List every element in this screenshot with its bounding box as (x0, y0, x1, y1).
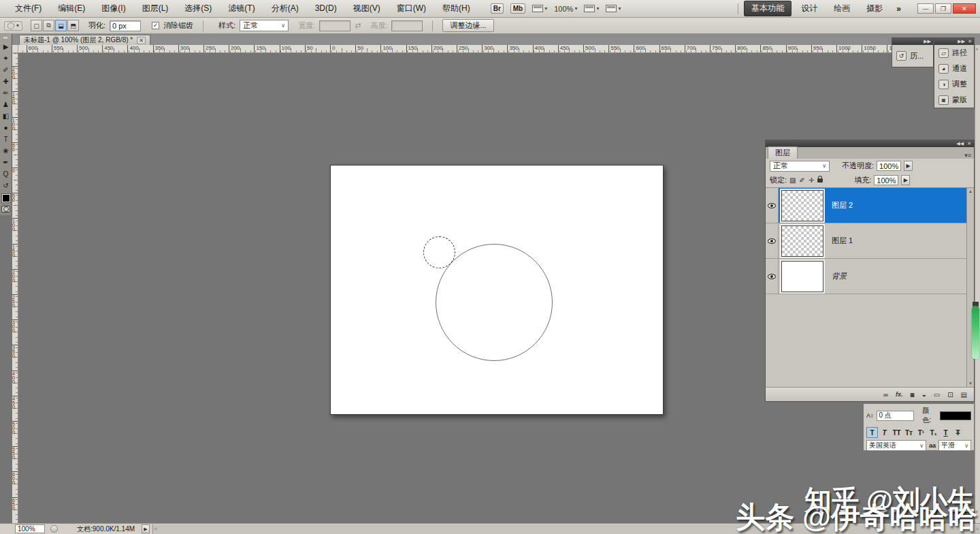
opacity-spinner-icon[interactable]: ▶ (904, 161, 913, 171)
scroll-left-icon[interactable]: < (154, 527, 157, 531)
bridge-launch-button[interactable]: Br (491, 3, 504, 14)
workspace-button-1[interactable]: 设计 (794, 1, 824, 16)
quick-mask-button[interactable] (1, 206, 10, 213)
workspace-overflow-button[interactable]: » (889, 3, 908, 15)
layer-group-icon[interactable]: ▭ (934, 391, 940, 398)
brush-tool[interactable]: ✏ (1, 87, 12, 99)
link-layers-icon[interactable]: ∞ (883, 391, 888, 398)
menu-item-5[interactable]: 滤镜(T) (220, 0, 263, 17)
style-select[interactable]: 正常 ∨ (240, 20, 289, 31)
blend-mode-select[interactable]: 正常 ∨ (770, 161, 830, 172)
toolbox-collapse-icon[interactable]: ▸▸ (3, 35, 7, 40)
vertical-ruler[interactable]: 2 0 01 5 01 0 05 005 01 0 01 5 02 0 02 5… (12, 53, 18, 523)
intersect-selection-button[interactable]: ⬒ (67, 20, 79, 31)
subscript-button[interactable]: T₁ (928, 427, 939, 438)
close-document-icon[interactable]: ✕ (137, 37, 146, 44)
foreground-color-swatch[interactable] (2, 194, 10, 202)
scroll-up-icon[interactable]: ∧ (975, 46, 979, 51)
move-tool[interactable]: ▶ (1, 41, 12, 52)
eye-icon[interactable] (768, 274, 776, 279)
language-select[interactable]: 美国英语 ∨ (866, 440, 926, 451)
scroll-up-icon[interactable]: ▲ (968, 189, 973, 193)
menu-item-1[interactable]: 编辑(E) (50, 0, 93, 17)
menu-item-3[interactable]: 图层(L) (134, 0, 177, 17)
close-dock-icon[interactable]: ✕ (968, 39, 972, 44)
layer-thumbnail[interactable] (781, 190, 823, 221)
layer-thumbnail[interactable] (781, 261, 823, 292)
dock-panel-0[interactable]: ▱路径 (934, 45, 974, 61)
rotate-view-tool[interactable]: ↺ (1, 180, 12, 191)
tab-layers[interactable]: 图层 (768, 146, 798, 159)
workspace-button-0[interactable]: 基本功能 (744, 1, 791, 16)
restore-button[interactable]: ❐ (935, 3, 951, 14)
menu-item-9[interactable]: 窗口(W) (389, 0, 434, 17)
type-tool[interactable]: T (1, 134, 12, 145)
adjustment-layer-icon[interactable]: ◒ (922, 391, 926, 398)
lock-pixels-icon[interactable]: ✐ (800, 176, 805, 184)
strikethrough-button[interactable]: Ŧ (952, 427, 964, 438)
faux-bold-button[interactable]: T (866, 427, 878, 438)
vertical-scrollbar[interactable]: ∧ ∨ (975, 45, 980, 523)
visibility-cell[interactable] (766, 188, 779, 223)
layer-row-2[interactable]: 背景 (766, 259, 974, 294)
layer-row-1[interactable]: 图层 1 (766, 223, 974, 259)
quick-selection-tool[interactable]: ✦ (1, 52, 12, 64)
layer-style-icon[interactable]: fx. (896, 391, 903, 398)
fill-spinner-icon[interactable]: ▶ (901, 175, 910, 185)
lock-position-icon[interactable]: ✛ (808, 176, 814, 184)
layer-thumbnail[interactable] (781, 225, 823, 257)
document-tab[interactable]: 未标题-1 @ 100% (图层 2, RGB/8) * ✕ (19, 35, 150, 45)
menu-item-0[interactable]: 文件(F) (7, 0, 50, 17)
eye-icon[interactable] (768, 238, 776, 244)
custom-shape-tool[interactable]: ❀ (1, 145, 12, 157)
expand-dock-icon[interactable]: ▶▶ (958, 39, 965, 44)
visibility-cell[interactable] (766, 259, 779, 294)
close-button[interactable]: ✕ (953, 3, 976, 14)
panel-menu-icon[interactable]: ▾≡ (964, 152, 971, 159)
dodge-tool[interactable]: ● (1, 122, 12, 134)
close-panel-icon[interactable]: ✕ (967, 141, 971, 146)
antialias-checkbox[interactable]: ✓ (152, 22, 159, 29)
dock-panel-3[interactable]: ◙蒙版 (934, 92, 974, 108)
minimize-button[interactable]: — (917, 3, 934, 14)
layer-mask-icon[interactable]: ◙ (911, 391, 915, 398)
arrange-documents-button[interactable]: ▾ (584, 5, 599, 12)
dock-panel-1[interactable]: ◕通道 (934, 61, 974, 76)
pen-tool[interactable]: ✒ (1, 157, 12, 168)
refine-edge-button[interactable]: 调整边缘... (442, 19, 493, 32)
menu-item-7[interactable]: 3D(D) (307, 0, 345, 17)
view-extras-button[interactable]: ▾ (532, 5, 547, 12)
antialias-select[interactable]: 平滑 ∨ (938, 440, 971, 451)
new-selection-button[interactable]: ▢ (31, 20, 42, 31)
scroll-down-icon[interactable]: ▼ (968, 381, 973, 386)
gradient-tool[interactable]: ◧ (1, 110, 12, 122)
menu-item-4[interactable]: 选择(S) (176, 0, 220, 17)
layer-row-0[interactable]: 图层 2 (766, 188, 974, 223)
fill-input[interactable]: 100% (874, 175, 898, 185)
visibility-cell[interactable] (766, 223, 779, 258)
menu-item-8[interactable]: 视图(V) (345, 0, 389, 17)
healing-brush-tool[interactable]: ✚ (1, 76, 12, 87)
zoom-level-dropdown[interactable]: 100% ▾ (554, 5, 577, 13)
superscript-button[interactable]: T¹ (915, 427, 927, 438)
horizontal-ruler[interactable]: 6005505004504003503002502001501005005010… (12, 45, 975, 53)
menu-item-10[interactable]: 帮助(H) (434, 0, 478, 17)
zoom-percentage-input[interactable]: 100% (15, 524, 45, 533)
subtract-from-selection-button[interactable]: ⬓ (55, 20, 67, 31)
zoom-tool[interactable]: Q (1, 168, 12, 180)
expand-dock-icon[interactable]: ▶▶ (924, 39, 931, 44)
eye-icon[interactable] (768, 203, 776, 208)
faux-italic-button[interactable]: T (879, 427, 890, 438)
workspace-button-2[interactable]: 绘画 (827, 1, 857, 16)
ruler-origin-corner[interactable] (12, 45, 18, 53)
status-popup-icon[interactable]: ▶ (142, 524, 150, 533)
small-caps-button[interactable]: Tᴛ (903, 427, 915, 438)
text-color-swatch[interactable] (940, 411, 971, 420)
opacity-input[interactable]: 100% (877, 161, 901, 171)
clone-stamp-tool[interactable]: ♟ (1, 99, 12, 110)
history-panel-button[interactable]: ↺ 历... (892, 45, 933, 67)
dock-panel-2[interactable]: ◑调整 (934, 76, 974, 92)
leading-input[interactable]: 0 点 (877, 411, 915, 421)
tool-preset-picker[interactable]: ▾ (4, 21, 22, 31)
collapse-panel-icon[interactable]: ◀◀ (956, 141, 964, 146)
